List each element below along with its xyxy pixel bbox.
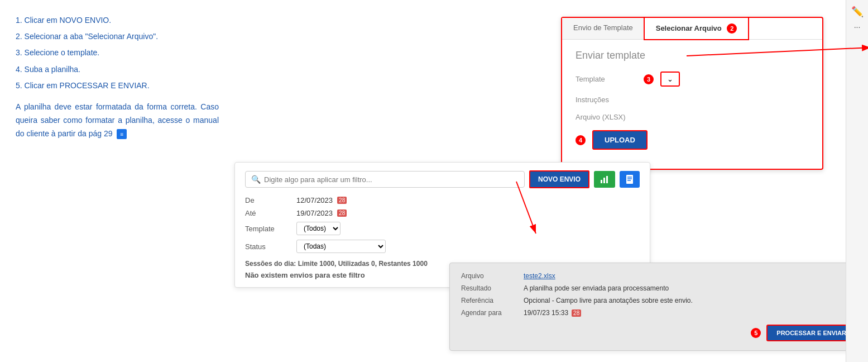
novo-envio-button[interactable]: NOVO ENVIO [529,170,589,188]
result-panel: Arquivo teste2.xlsx Resultado A planilha… [449,263,868,351]
svg-rect-4 [603,178,605,183]
svg-rect-3 [601,180,602,183]
filter-grid: De 12/07/2023 28 Até 19/07/2023 28 Templ… [245,196,640,253]
agendar-value: 19/07/23 15:33 28 [524,309,856,317]
resultado-value: A planilha pode ser enviada para process… [524,284,856,292]
template-body: Enviar template Template 3 ⌄ Instruções … [562,40,822,169]
upload-row: 4 UPLOAD [576,130,809,150]
chart-button[interactable] [594,171,615,188]
agendar-calendar-icon[interactable]: 28 [572,309,581,317]
doc-icon[interactable] [117,129,127,139]
warning-text: A planilha deve estar formatada da forma… [16,101,219,140]
step-4-badge: 4 [576,135,586,145]
doc-button[interactable] [620,171,640,188]
referencia-value: Opcional - Campo livre para anotações so… [524,297,856,304]
tab-selecionar-arquivo[interactable]: Selecionar Arquivo 2 [644,17,750,40]
sidebar-right: ✏️ ··· [846,0,868,362]
processar-enviar-button[interactable]: PROCESSAR E ENVIAR [766,325,856,341]
de-calendar-icon[interactable]: 28 [337,197,347,204]
template-filter-label: Template [245,225,290,233]
search-box: 🔍 [245,171,525,188]
search-icon: 🔍 [251,175,261,184]
template-title: Enviar template [576,50,809,61]
de-label: De [245,196,290,204]
step-3-text: 3. Selecione o template. [16,46,219,60]
status-select[interactable]: (Todas) [296,240,386,253]
resultado-label: Resultado [461,284,517,292]
de-value: 12/07/2023 28 [296,196,640,204]
document-icon [625,174,634,184]
instrucoes-row: Instruções [576,96,809,104]
result-grid: Arquivo teste2.xlsx Resultado A planilha… [461,272,856,317]
step-2-text: 2. Selecionar a aba "Selecionar Arquivo"… [16,30,219,44]
template-field-label: Template [576,75,637,83]
arquivo-result-label: Arquivo [461,272,517,280]
search-toolbar: 🔍 NOVO ENVIO [245,170,640,188]
step-4-text: 4. Suba a planilha. [16,63,219,77]
template-dropdown[interactable]: ⌄ [660,72,680,87]
step-3-badge: 3 [644,74,654,84]
ate-value: 19/07/2023 28 [296,209,640,217]
ate-calendar-icon[interactable]: 28 [337,209,347,217]
status-value: (Todas) [296,240,640,253]
upload-button[interactable]: UPLOAD [592,130,648,150]
edit-icon[interactable]: ✏️ [851,6,864,18]
template-filter-select[interactable]: (Todos) [296,222,341,235]
tab-envio-template[interactable]: Envio de Template [562,18,645,39]
more-icon[interactable]: ··· [854,22,861,31]
step-1-text: 1. Clicar em NOVO ENVIO. [16,13,219,27]
search-input[interactable] [264,175,519,184]
instrucoes-label: Instruções [576,96,637,104]
svg-rect-5 [606,176,608,183]
agendar-label: Agendar para [461,309,517,317]
step-2-badge: 2 [727,23,737,34]
step-5-text: 5. Clicar em PROCESSAR E ENVIAR. [16,79,219,93]
arquivo-result-value: teste2.xlsx [524,272,856,280]
arquivo-row: Arquivo (XLSX) [576,113,809,121]
step-5-badge: 5 [751,328,761,338]
arquivo-label: Arquivo (XLSX) [576,113,637,121]
instructions-panel: 1. Clicar em NOVO ENVIO. 2. Selecionar a… [0,0,234,362]
main-window: 1 Envio de Template Selecionar Arquivo 2… [234,0,868,362]
template-filter-value: (Todos) [296,222,640,235]
status-label: Status [245,242,290,251]
svg-rect-6 [626,175,633,184]
chart-icon [600,174,610,184]
ate-label: Até [245,209,290,217]
template-tabs: Envio de Template Selecionar Arquivo 2 [562,18,822,40]
template-row: Template 3 ⌄ [576,72,809,87]
template-panel: Envio de Template Selecionar Arquivo 2 E… [561,17,823,170]
referencia-label: Referência [461,297,517,304]
